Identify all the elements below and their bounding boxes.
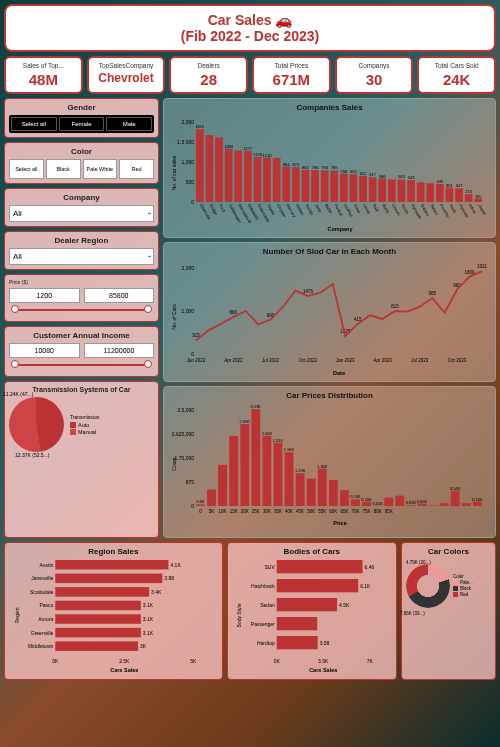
income-max-input[interactable]: 11200000 xyxy=(84,343,155,358)
svg-text:652: 652 xyxy=(360,171,367,176)
body-bars: Body StyleSUV6.46Hatchback6.1KSedan4.5KP… xyxy=(232,558,392,673)
svg-text:3.5,000: 3.5,000 xyxy=(177,407,194,413)
svg-text:3.53K: 3.53K xyxy=(251,404,262,409)
svg-rect-11 xyxy=(215,137,223,202)
svg-text:Oct 2022: Oct 2022 xyxy=(299,358,318,363)
svg-rect-168 xyxy=(406,505,415,506)
svg-text:195: 195 xyxy=(475,194,482,199)
svg-text:1819: 1819 xyxy=(195,124,205,129)
svg-text:2.56K: 2.56K xyxy=(262,431,273,436)
monthly-line: No. of Cars01,0002,000315860690147516254… xyxy=(168,258,488,376)
svg-rect-67 xyxy=(407,180,415,202)
svg-rect-27 xyxy=(273,158,281,202)
svg-text:2.625,000: 2.625,000 xyxy=(172,431,194,437)
svg-text:1921: 1921 xyxy=(477,264,488,269)
companies-sales-chart: Companies Sales No. of car sales05001,00… xyxy=(163,98,496,238)
title-line1: Car Sales 🚗 xyxy=(12,12,488,28)
chevron-down-icon: › xyxy=(145,255,152,257)
svg-rect-72 xyxy=(426,183,434,202)
svg-text:586: 586 xyxy=(379,174,386,179)
income-min-input[interactable]: 10080 xyxy=(9,343,80,358)
companies-bars: No. of car sales05001,0001.5,0002,000181… xyxy=(168,114,488,232)
region-bars: RegionAustin4.1KJanesville3.88Scottsdale… xyxy=(9,558,218,673)
gender-select-all[interactable]: Select all xyxy=(11,117,57,131)
color-black[interactable]: Black xyxy=(46,159,81,179)
svg-text:0: 0 xyxy=(191,503,194,509)
svg-rect-216 xyxy=(276,617,317,630)
svg-text:0.24K: 0.24K xyxy=(350,494,361,499)
svg-text:985: 985 xyxy=(429,291,437,296)
svg-rect-193 xyxy=(55,614,141,624)
svg-text:1,000: 1,000 xyxy=(181,308,194,314)
svg-text:Middletown: Middletown xyxy=(28,643,54,649)
kpi-top-sales: Sales of Top...48M xyxy=(4,56,83,94)
svg-text:15K: 15K xyxy=(230,509,238,514)
svg-text:35K: 35K xyxy=(274,509,282,514)
svg-text:0.09K: 0.09K xyxy=(417,499,428,504)
region-dropdown[interactable]: All› xyxy=(9,248,154,265)
svg-text:6.1K: 6.1K xyxy=(360,583,371,589)
svg-rect-144 xyxy=(296,473,305,506)
svg-rect-213 xyxy=(276,598,336,611)
color-select-all[interactable]: Select all xyxy=(9,159,44,179)
svg-text:75K: 75K xyxy=(363,509,371,514)
svg-text:0.06: 0.06 xyxy=(197,499,206,504)
svg-text:5K: 5K xyxy=(209,509,215,514)
svg-rect-125 xyxy=(218,465,227,506)
svg-text:Scottsdale: Scottsdale xyxy=(30,589,54,595)
color-red[interactable]: Red xyxy=(119,159,154,179)
svg-text:BMW: BMW xyxy=(324,203,333,214)
dashboard-header: Car Sales 🚗 (Fib 2022 - Dec 2023) xyxy=(4,4,496,52)
svg-rect-41 xyxy=(321,170,329,202)
svg-text:1475: 1475 xyxy=(303,289,314,294)
kpi-dealers: Dealers28 xyxy=(169,56,248,94)
svg-text:6.46: 6.46 xyxy=(364,564,374,570)
svg-rect-165 xyxy=(384,498,393,506)
price-max-input[interactable]: 85800 xyxy=(84,288,155,303)
svg-rect-184 xyxy=(55,574,162,584)
svg-text:210: 210 xyxy=(465,189,472,194)
svg-text:Audi: Audi xyxy=(372,203,380,213)
color-pale-white[interactable]: Pale White xyxy=(83,159,118,179)
gender-male[interactable]: Male xyxy=(106,117,152,131)
price-slider[interactable] xyxy=(13,309,150,311)
svg-rect-6 xyxy=(196,129,204,202)
svg-text:790: 790 xyxy=(321,165,328,170)
svg-rect-176 xyxy=(462,503,471,506)
price-bars: Count08751.75,0002.625,0003.5,0000.0605K… xyxy=(168,402,488,526)
svg-rect-18 xyxy=(244,151,252,202)
company-dropdown[interactable]: All› xyxy=(9,205,154,222)
income-slider[interactable] xyxy=(13,364,150,366)
svg-text:Jan 2023: Jan 2023 xyxy=(336,358,355,363)
svg-rect-187 xyxy=(55,587,149,597)
svg-rect-170 xyxy=(418,504,427,506)
svg-rect-38 xyxy=(311,170,319,202)
kpi-companies: Companys30 xyxy=(335,56,414,94)
svg-text:Date: Date xyxy=(333,370,345,376)
car-colors-donut xyxy=(406,564,450,608)
svg-text:0: 0 xyxy=(199,509,202,514)
svg-text:Buick: Buick xyxy=(381,203,390,214)
svg-rect-86 xyxy=(474,199,482,202)
svg-text:70K: 70K xyxy=(351,509,359,514)
svg-text:500: 500 xyxy=(186,179,195,185)
svg-text:25K: 25K xyxy=(252,509,260,514)
svg-rect-50 xyxy=(350,174,358,202)
svg-text:Lexus: Lexus xyxy=(362,203,372,215)
region-filter: Dealer Region All› xyxy=(4,231,159,270)
svg-text:1.75,000: 1.75,000 xyxy=(175,455,195,461)
svg-text:Pontiac: Pontiac xyxy=(333,203,344,217)
svg-rect-210 xyxy=(276,579,357,592)
svg-text:0.56K: 0.56K xyxy=(450,486,461,491)
gender-female[interactable]: Female xyxy=(59,117,105,131)
svg-text:Company: Company xyxy=(327,226,353,232)
svg-text:815: 815 xyxy=(391,304,399,309)
svg-text:3.08: 3.08 xyxy=(319,640,329,646)
svg-rect-152 xyxy=(329,480,338,506)
svg-text:45K: 45K xyxy=(296,509,304,514)
price-min-input[interactable]: 1200 xyxy=(9,288,80,303)
svg-text:Janesville: Janesville xyxy=(31,575,53,581)
svg-text:0: 0 xyxy=(191,351,194,357)
svg-text:Cars Sales: Cars Sales xyxy=(309,667,337,673)
svg-text:Lincoln: Lincoln xyxy=(391,203,402,216)
